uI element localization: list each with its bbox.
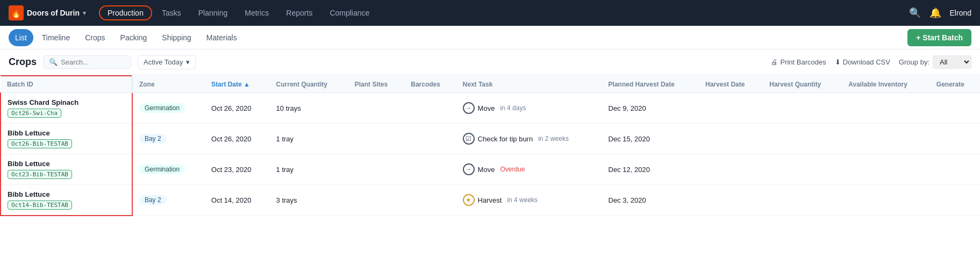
- filter-label: Active Today: [144, 58, 183, 66]
- search-input[interactable]: [61, 58, 125, 66]
- current-quantity-cell: 3 trays: [270, 185, 348, 216]
- col-next-task: Next Task: [456, 76, 602, 93]
- plant-sites-cell: [348, 185, 405, 216]
- subnav-item-packing[interactable]: Packing: [114, 29, 154, 46]
- user-menu[interactable]: Elrond: [950, 9, 971, 17]
- nav-item-planning[interactable]: Planning: [191, 5, 235, 20]
- batch-id-cell: Swiss Chard Spinach Oct26-Swi-Cha: [1, 93, 132, 124]
- task-name: Check for tip burn: [478, 135, 533, 143]
- batch-name: Swiss Chard Spinach: [8, 98, 125, 106]
- start-date-cell: Oct 26, 2020: [205, 124, 270, 154]
- current-quantity-cell: 1 tray: [270, 154, 348, 185]
- plant-sites-cell: [348, 124, 405, 154]
- planned-harvest-date-cell: Dec 15, 2020: [602, 124, 699, 154]
- harvest-quantity-cell: [763, 185, 842, 216]
- zone-cell: Bay 2: [132, 185, 205, 216]
- app-logo[interactable]: 🔥 Doors of Durin ▾: [9, 5, 86, 20]
- task-name: Harvest: [478, 196, 502, 204]
- available-inventory-cell: [842, 185, 930, 216]
- col-zone: Zone: [132, 76, 205, 93]
- table-header-row: Batch ID Zone Start Date ▲ Current Quant…: [1, 76, 980, 93]
- task-time: in 4 weeks: [507, 196, 538, 204]
- planned-harvest-date-cell: Dec 12, 2020: [602, 154, 699, 185]
- group-by-select[interactable]: All Zone Stage: [933, 55, 971, 69]
- zone-badge: Germination: [139, 103, 185, 113]
- next-task-cell: ☑ Check for tip burn in 2 weeks: [456, 124, 602, 154]
- col-batch-id: Batch ID: [1, 76, 132, 93]
- download-icon: ⬇: [835, 58, 841, 66]
- notification-icon[interactable]: 🔔: [929, 7, 941, 19]
- zone-cell: Germination: [132, 93, 205, 124]
- toolbar-right: 🖨 Print Barcodes ⬇ Download CSV Group by…: [771, 55, 971, 69]
- zone-badge: Bay 2: [139, 195, 167, 205]
- print-barcodes-button[interactable]: 🖨 Print Barcodes: [771, 58, 826, 66]
- sub-navigation: List Timeline Crops Packing Shipping Mat…: [0, 26, 980, 49]
- col-start-date[interactable]: Start Date ▲: [205, 76, 270, 93]
- nav-item-tasks[interactable]: Tasks: [154, 5, 189, 20]
- barcodes-cell: [404, 154, 456, 185]
- table-body: Swiss Chard Spinach Oct26-Swi-Cha Germin…: [1, 93, 980, 216]
- subnav-item-materials[interactable]: Materials: [200, 29, 244, 46]
- subnav-item-list[interactable]: List: [9, 29, 33, 46]
- chevron-down-icon: ▾: [186, 58, 190, 66]
- download-csv-label: Download CSV: [843, 58, 890, 66]
- col-plant-sites: Plant Sites: [348, 76, 405, 93]
- task-time: Overdue: [500, 166, 525, 173]
- harvest-quantity-cell: [763, 93, 842, 124]
- col-barcodes: Barcodes: [404, 76, 456, 93]
- planned-harvest-date-cell: Dec 3, 2020: [602, 185, 699, 216]
- group-by-label: Group by:: [899, 58, 929, 66]
- batch-id-cell: Bibb Lettuce Oct14-Bib-TESTAB: [1, 185, 132, 216]
- batch-name: Bibb Lettuce: [8, 190, 125, 198]
- batch-tag: Oct14-Bib-TESTAB: [8, 201, 72, 210]
- nav-item-metrics[interactable]: Metrics: [237, 5, 276, 20]
- batch-name: Bibb Lettuce: [8, 160, 125, 168]
- task-time: in 4 days: [500, 104, 526, 112]
- table-row[interactable]: Bibb Lettuce Oct14-Bib-TESTAB Bay 2 Oct …: [1, 185, 980, 216]
- start-batch-button[interactable]: + Start Batch: [907, 29, 971, 46]
- active-today-filter[interactable]: Active Today ▾: [138, 55, 196, 69]
- table-row[interactable]: Bibb Lettuce Oct23-Bib-TESTAB Germinatio…: [1, 154, 980, 185]
- col-harvest-quantity: Harvest Quantity: [763, 76, 842, 93]
- available-inventory-cell: [842, 154, 930, 185]
- toolbar: Crops 🔍 Active Today ▾ 🖨 Print Barcodes …: [0, 49, 980, 75]
- print-barcodes-label: Print Barcodes: [780, 58, 826, 66]
- search-box[interactable]: 🔍: [43, 55, 131, 69]
- table-row[interactable]: Swiss Chard Spinach Oct26-Swi-Cha Germin…: [1, 93, 980, 124]
- generate-cell: [930, 154, 980, 185]
- nav-right: 🔍 🔔 Elrond: [909, 7, 971, 19]
- current-quantity-cell: 10 trays: [270, 93, 348, 124]
- next-task-cell: → Move in 4 days: [456, 93, 602, 124]
- nav-item-compliance[interactable]: Compliance: [322, 5, 377, 20]
- subnav-item-timeline[interactable]: Timeline: [35, 29, 76, 46]
- table-row[interactable]: Bibb Lettuce Oct26-Bib-TESTAB Bay 2 Oct …: [1, 124, 980, 154]
- batch-id-cell: Bibb Lettuce Oct26-Bib-TESTAB: [1, 124, 132, 154]
- app-name: Doors of Durin: [27, 9, 80, 17]
- nav-item-reports[interactable]: Reports: [278, 5, 320, 20]
- zone-badge: Bay 2: [139, 134, 167, 144]
- nav-item-production[interactable]: Production: [99, 5, 152, 20]
- search-icon[interactable]: 🔍: [909, 7, 921, 19]
- task-time: in 2 weeks: [538, 135, 569, 142]
- col-generate: Generate: [930, 76, 980, 93]
- harvest-date-cell: [699, 154, 763, 185]
- task-icon: →: [463, 163, 475, 175]
- subnav-item-shipping[interactable]: Shipping: [155, 29, 198, 46]
- batch-name: Bibb Lettuce: [8, 129, 125, 137]
- task-name: Move: [478, 104, 495, 112]
- zone-badge: Germination: [139, 164, 185, 174]
- harvest-quantity-cell: [763, 154, 842, 185]
- page-title: Crops: [9, 56, 37, 68]
- generate-cell: [930, 93, 980, 124]
- next-task-cell: → Move Overdue: [456, 154, 602, 185]
- task-icon: ☑: [463, 133, 475, 145]
- dropdown-arrow-icon[interactable]: ▾: [83, 10, 86, 17]
- next-task-cell: ★ Harvest in 4 weeks: [456, 185, 602, 216]
- batch-tag: Oct26-Swi-Cha: [8, 109, 61, 118]
- download-csv-button[interactable]: ⬇ Download CSV: [835, 58, 890, 66]
- subnav-item-crops[interactable]: Crops: [78, 29, 111, 46]
- barcodes-cell: [404, 124, 456, 154]
- generate-cell: [930, 124, 980, 154]
- col-planned-harvest-date: Planned Harvest Date: [602, 76, 699, 93]
- available-inventory-cell: [842, 124, 930, 154]
